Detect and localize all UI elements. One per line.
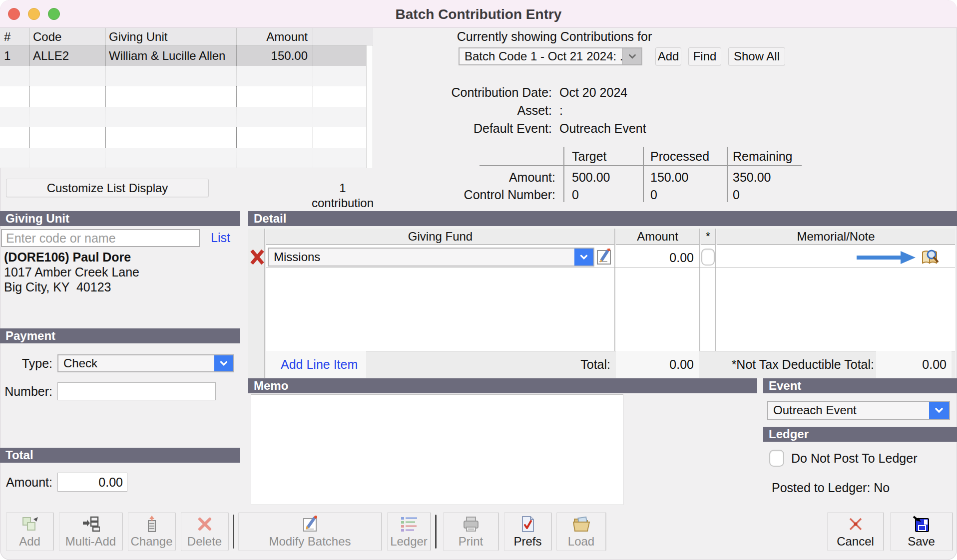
toolbar-ledger-button[interactable]: Ledger xyxy=(387,512,431,551)
detail-total-label: Total: xyxy=(498,357,610,372)
titlebar: Batch Contribution Entry xyxy=(0,0,957,28)
load-folder-icon xyxy=(557,516,605,533)
chevron-down-icon xyxy=(574,249,593,266)
batch-contribution-entry-window: Batch Contribution Entry # Code Giving U… xyxy=(0,0,957,560)
ledger-grid-icon xyxy=(388,516,430,533)
summary-col-target: Target xyxy=(572,149,606,164)
payment-number-input[interactable] xyxy=(57,382,216,400)
payment-number-label: Number: xyxy=(0,384,52,399)
batch-select[interactable]: Batch Code 1 - Oct 21 2024: ... xyxy=(459,47,642,65)
customize-list-display-button[interactable]: Customize List Display xyxy=(6,179,209,197)
memorial-lookup-icon[interactable] xyxy=(921,248,940,266)
line-item-amount: 0.00 xyxy=(616,250,694,265)
toolbar-add-button[interactable]: Add xyxy=(6,512,54,551)
toolbar-multi-add-button[interactable]: Multi-Add xyxy=(59,512,123,551)
delete-line-item-icon[interactable] xyxy=(250,249,265,265)
batch-select-value: Batch Code 1 - Oct 21 2024: ... xyxy=(460,49,622,63)
giving-fund-value: Missions xyxy=(269,250,574,264)
add-records-icon xyxy=(6,516,53,533)
memo-textarea[interactable] xyxy=(251,394,623,505)
add-line-item-link[interactable]: Add Line Item xyxy=(281,357,358,372)
chevron-down-icon xyxy=(929,402,949,419)
annotation-arrow-icon xyxy=(857,251,916,265)
detail-col-memorial-note: Memorial/Note xyxy=(717,229,955,245)
window-title: Batch Contribution Entry xyxy=(0,6,957,22)
toolbar-load-button[interactable]: Load xyxy=(556,512,606,551)
payment-type-value: Check xyxy=(58,356,214,370)
empty-row[interactable] xyxy=(0,148,366,168)
cancel-button[interactable]: Cancel xyxy=(827,512,884,551)
giving-unit-list-link[interactable]: List xyxy=(211,230,230,245)
payment-type-label: Type: xyxy=(0,356,52,371)
empty-row[interactable] xyxy=(0,66,366,86)
contribution-count: 1 contribution xyxy=(308,181,378,211)
contribution-date-value: Oct 20 2024 xyxy=(559,85,627,100)
summary-amount-processed: 150.00 xyxy=(650,170,688,185)
cancel-x-icon xyxy=(828,516,883,533)
save-disk-icon xyxy=(891,516,952,533)
do-not-post-checkbox[interactable] xyxy=(769,450,784,467)
empty-row[interactable] xyxy=(0,127,366,148)
toolbar-print-button[interactable]: Print xyxy=(443,512,499,551)
toolbar-modify-batches-button[interactable]: Modify Batches xyxy=(238,512,382,551)
giving-unit-search-input[interactable] xyxy=(1,229,200,247)
do-not-post-label: Do Not Post To Ledger xyxy=(791,451,917,466)
col-header-code: Code xyxy=(33,29,61,44)
giving-unit-section-header: Giving Unit xyxy=(0,211,240,226)
summary-col-processed: Processed xyxy=(650,149,709,164)
delete-x-icon xyxy=(181,516,228,533)
event-select[interactable]: Outreach Event xyxy=(767,401,950,420)
detail-section-header: Detail xyxy=(248,211,957,226)
giving-fund-select[interactable]: Missions xyxy=(268,248,594,267)
toolbar-divider xyxy=(435,515,437,549)
row-code: ALLE2 xyxy=(33,48,69,63)
row-num: 1 xyxy=(4,48,10,63)
empty-row[interactable] xyxy=(0,107,366,127)
batch-heading: Currently showing Contributions for xyxy=(430,29,679,44)
save-button[interactable]: Save xyxy=(890,512,953,551)
total-section-header: Total xyxy=(0,448,240,463)
summary-control-remaining: 0 xyxy=(733,187,740,202)
memo-section-header: Memo xyxy=(248,378,757,393)
modify-batches-icon xyxy=(239,516,381,533)
toolbar-divider xyxy=(233,515,234,549)
default-event-label: Default Event: xyxy=(430,121,552,136)
contribution-list-header: # Code Giving Unit Amount xyxy=(0,28,373,45)
summary-control-processed: 0 xyxy=(650,187,657,202)
asset-label: Asset: xyxy=(430,103,552,118)
printer-icon xyxy=(444,516,498,533)
row-giving-unit: William & Lucille Allen xyxy=(109,48,225,63)
total-amount-label: Amount: xyxy=(0,475,52,490)
col-header-amount: Amount xyxy=(236,29,308,44)
batch-find-button[interactable]: Find xyxy=(688,47,721,65)
payment-type-select[interactable]: Check xyxy=(57,354,234,372)
toolbar-change-button[interactable]: Change xyxy=(128,512,176,551)
chevron-down-icon xyxy=(622,48,641,64)
contribution-row-selected[interactable]: 1 ALLE2 William & Lucille Allen 150.00 xyxy=(0,45,366,66)
empty-row[interactable] xyxy=(0,86,366,107)
toolbar-prefs-button[interactable]: Prefs xyxy=(504,512,552,551)
chevron-down-icon xyxy=(214,355,233,371)
edit-fund-icon[interactable] xyxy=(597,249,613,266)
giving-unit-address1: 1017 Amber Creek Lane xyxy=(4,265,139,280)
detail-total-value: 0.00 xyxy=(616,357,694,372)
detail-col-amount: Amount xyxy=(616,229,699,245)
col-header-giving-unit: Giving Unit xyxy=(109,29,167,44)
ntd-total-value: 0.00 xyxy=(876,357,947,372)
total-amount-input[interactable] xyxy=(57,473,127,492)
change-icon xyxy=(128,516,175,533)
list-scrollbar[interactable] xyxy=(366,45,373,168)
detail-col-giving-fund: Giving Fund xyxy=(266,229,614,245)
batch-show-all-button[interactable]: Show All xyxy=(728,47,785,65)
summary-amount-target: 500.00 xyxy=(572,170,610,185)
summary-amount-remaining: 350.00 xyxy=(733,170,771,185)
batch-add-button[interactable]: Add xyxy=(655,47,681,65)
not-tax-deductible-checkbox[interactable] xyxy=(701,249,715,266)
col-header-num: # xyxy=(4,29,10,44)
contribution-date-label: Contribution Date: xyxy=(430,85,552,100)
summary-control-target: 0 xyxy=(572,187,579,202)
default-event-value: Outreach Event xyxy=(559,121,646,136)
toolbar-delete-button[interactable]: Delete xyxy=(181,512,229,551)
asset-value: : xyxy=(559,103,563,118)
event-section-header: Event xyxy=(763,378,957,393)
